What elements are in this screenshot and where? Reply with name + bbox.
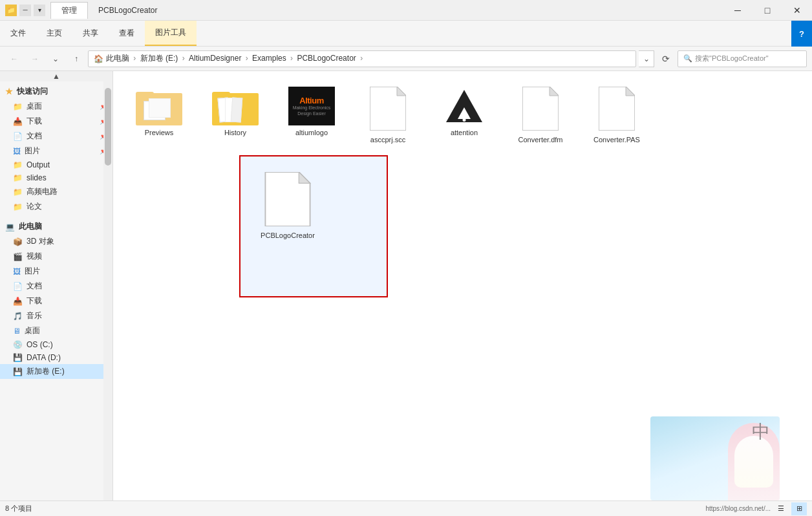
up-button[interactable]: ↑ [67, 50, 85, 68]
titlebar: 📁 ─ ▾ 管理 PCBLogoCreator ─ □ ✕ [0, 0, 812, 21]
svg-marker-7 [299, 172, 310, 183]
sidebar-item-download-quick[interactable]: 📥 下载 📌 [0, 114, 112, 129]
this-pc-header[interactable]: 💻 此电脑 [0, 219, 112, 234]
sidebar-item-label: slides [27, 173, 47, 182]
sidebar-item-output[interactable]: 📁 Output [0, 158, 112, 171]
sidebar-item-label: Output [27, 160, 50, 169]
view-details-button[interactable]: ☰ [773, 502, 789, 515]
address-dropdown[interactable]: ⌄ [639, 50, 654, 67]
app-icon-quick1[interactable]: ─ [19, 5, 31, 16]
back-button[interactable]: ← [5, 50, 23, 68]
altium-icon: Altium Making Electronics Design Easier [288, 87, 335, 125]
folder-icon: 🎵 [13, 312, 23, 321]
folder-icon: 📁 [13, 160, 23, 169]
tab-file[interactable]: 文件 [0, 21, 36, 46]
sidebar-item-slides[interactable]: 📁 slides [0, 171, 112, 184]
sidebar-item-label: 下载 [27, 296, 42, 306]
quick-access-header[interactable]: ★ 快速访问 [0, 84, 112, 99]
file-label-history: History [224, 128, 246, 137]
content-area[interactable]: Previews History Altium Making Electroni… [113, 71, 812, 500]
tab-home[interactable]: 主页 [36, 21, 72, 46]
tab-share[interactable]: 共享 [72, 21, 109, 46]
tab-picture-tools[interactable]: 图片工具 [145, 21, 197, 46]
file-item-attention[interactable]: attention [429, 81, 500, 149]
refresh-button[interactable]: ⟳ [657, 50, 675, 68]
drive-icon: 💾 [13, 367, 23, 376]
file-label-attention: attention [451, 128, 478, 137]
file-item-pcblogocreator[interactable]: PCBLogoCreator [252, 167, 323, 245]
sidebar-item-label: 3D 对象 [27, 236, 54, 247]
sidebar-item-music[interactable]: 🎵 音乐 [0, 308, 112, 323]
sidebar-item-label: 桌面 [25, 325, 40, 336]
drive-icon: 💾 [13, 353, 23, 362]
search-box[interactable]: 🔍 搜索"PCBLogoCreator" [678, 50, 807, 67]
folder-icon-history [212, 87, 259, 125]
file-item-converter-pas[interactable]: Converter.PAS [581, 81, 652, 149]
sidebar-item-label: 下载 [27, 116, 42, 127]
sidebar-item-video[interactable]: 🎬 视频 [0, 249, 112, 264]
app-icon-quick2[interactable]: ▾ [34, 5, 45, 16]
sidebar-item-label: 图片 [25, 266, 40, 277]
manage-tab[interactable]: 管理 [50, 2, 88, 19]
sidebar-item-pictures[interactable]: 🖼 图片 [0, 264, 112, 279]
sidebar-item-downloads[interactable]: 📥 下载 [0, 294, 112, 308]
file-label-asccprj: asccprj.scc [370, 135, 405, 144]
file-item-asccprj[interactable]: asccprj.scc [352, 81, 423, 149]
sidebar-item-pictures-quick[interactable]: 🖼 图片 📌 [0, 144, 112, 158]
help-button[interactable]: ? [791, 21, 812, 47]
sidebar-item-drive-d[interactable]: 💾 DATA (D:) [0, 351, 112, 364]
sidebar-item-label: 视频 [27, 251, 42, 262]
sidebar-item-drive-e[interactable]: 💾 新加卷 (E:) [0, 364, 112, 379]
sidebar-item-desktop-quick[interactable]: 📁 桌面 📌 [0, 99, 112, 114]
drive-icon: 💿 [13, 340, 23, 349]
svg-marker-5 [626, 87, 635, 96]
sidebar: ▲ ★ 快速访问 📁 桌面 📌 📥 下载 📌 📄 文档 📌 [0, 71, 113, 500]
view-icons-button[interactable]: ⊞ [791, 502, 807, 515]
close-button[interactable]: ✕ [782, 0, 812, 21]
file-item-history[interactable]: History [200, 81, 271, 149]
sidebar-item-desktop[interactable]: 🖥 桌面 [0, 323, 112, 338]
sidebar-item-hfcircuit[interactable]: 📁 高频电路 [0, 184, 112, 199]
scrollbar-thumb[interactable] [105, 88, 111, 166]
this-pc-label: 此电脑 [19, 221, 42, 232]
sidebar-scroll-up[interactable]: ▲ [0, 71, 112, 81]
folder-icon-previews [136, 87, 182, 125]
file-label-pcblogocreator: PCBLogoCreator [261, 231, 315, 240]
generic-file-icon-dfm [522, 87, 559, 133]
addressbar: ← → ⌄ ↑ 🏠 此电脑 › 新加卷 (E:) › AltiumDesigne… [0, 47, 812, 71]
attention-icon [441, 87, 487, 125]
address-path[interactable]: 🏠 此电脑 › 新加卷 (E:) › AltiumDesigner › Exam… [88, 50, 636, 67]
forward-button[interactable]: → [26, 50, 44, 68]
svg-marker-1 [397, 87, 406, 96]
titlebar-icons: 📁 ─ ▾ [5, 5, 45, 16]
decorative-image: 中 [650, 416, 780, 500]
quick-access-label: 快速访问 [17, 86, 48, 97]
sidebar-item-3d[interactable]: 📦 3D 对象 [0, 234, 112, 249]
tab-view[interactable]: 查看 [109, 21, 145, 46]
folder-icon: 📁 [13, 173, 23, 182]
statusbar: 8 个项目 https://blog.csdn.net/... ☰ ⊞ [0, 500, 812, 516]
recent-button[interactable]: ⌄ [47, 50, 65, 68]
generic-file-icon-pcblogocreator [264, 172, 311, 228]
sidebar-item-docs-quick[interactable]: 📄 文档 📌 [0, 129, 112, 144]
sidebar-item-label: 文档 [27, 281, 42, 292]
file-item-altiumlogo[interactable]: Altium Making Electronics Design Easier … [276, 81, 347, 149]
sidebar-item-label: 新加卷 (E:) [27, 366, 65, 377]
file-item-converter-dfm[interactable]: Converter.dfm [505, 81, 576, 149]
sidebar-item-documents[interactable]: 📄 文档 [0, 279, 112, 294]
folder-icon: 🎬 [13, 252, 23, 261]
minimize-button[interactable]: ─ [723, 0, 753, 21]
folder-icon: 📁 [13, 188, 23, 197]
sidebar-item-label: 桌面 [27, 101, 42, 112]
maximize-button[interactable]: □ [753, 0, 782, 21]
item-count: 8 个项目 [5, 504, 32, 513]
sidebar-item-thesis[interactable]: 📁 论文 [0, 199, 112, 214]
star-icon: ★ [5, 87, 13, 96]
file-label-altiumlogo: altiumlogo [295, 128, 328, 137]
statusbar-right: https://blog.csdn.net/... ☰ ⊞ [705, 502, 807, 515]
sidebar-item-label: 图片 [25, 145, 40, 156]
sidebar-item-drive-c[interactable]: 💿 OS (C:) [0, 338, 112, 351]
search-icon: 🔍 [683, 54, 692, 63]
sidebar-scrollbar[interactable] [103, 81, 112, 500]
file-item-previews[interactable]: Previews [123, 81, 195, 149]
